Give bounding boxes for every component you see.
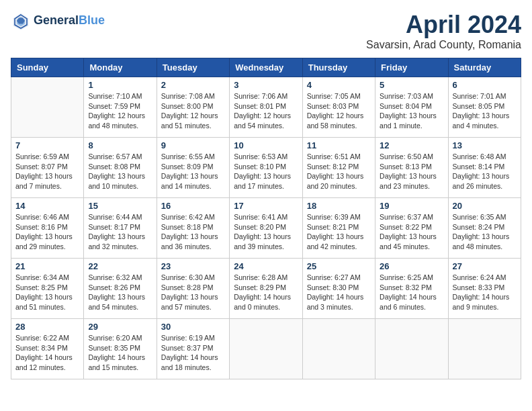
day-info: Sunrise: 6:44 AMSunset: 8:17 PMDaylight:… [88,212,152,252]
calendar-cell [230,319,302,379]
logo-text: GeneralBlue [34,14,105,28]
day-number: 6 [453,80,517,90]
weekday-header-thursday: Thursday [302,58,375,77]
calendar-cell: 15Sunrise: 6:44 AMSunset: 8:17 PMDayligh… [84,198,157,259]
day-number: 5 [380,80,443,90]
calendar-table: SundayMondayTuesdayWednesdayThursdayFrid… [11,58,521,379]
day-number: 12 [380,140,443,150]
day-info: Sunrise: 6:57 AMSunset: 8:08 PMDaylight:… [88,152,152,191]
week-row-5: 28Sunrise: 6:22 AMSunset: 8:34 PMDayligh… [11,319,521,379]
day-info: Sunrise: 6:32 AMSunset: 8:26 PMDaylight:… [88,273,152,312]
day-info: Sunrise: 6:39 AMSunset: 8:21 PMDaylight:… [307,212,371,252]
day-info: Sunrise: 7:01 AMSunset: 8:05 PMDaylight:… [453,91,517,131]
day-number: 4 [307,80,371,90]
day-info: Sunrise: 6:22 AMSunset: 8:34 PMDaylight:… [15,333,79,373]
day-number: 10 [234,140,298,150]
calendar-cell: 11Sunrise: 6:51 AMSunset: 8:12 PMDayligh… [302,138,375,198]
day-number: 13 [453,140,517,150]
day-info: Sunrise: 6:28 AMSunset: 8:29 PMDaylight:… [234,273,298,312]
day-number: 19 [380,201,443,211]
day-number: 8 [88,140,152,150]
weekday-header-monday: Monday [84,58,157,77]
calendar-cell: 23Sunrise: 6:30 AMSunset: 8:28 PMDayligh… [157,259,229,319]
week-row-4: 21Sunrise: 6:34 AMSunset: 8:25 PMDayligh… [11,259,521,319]
weekday-header-tuesday: Tuesday [157,58,229,77]
day-info: Sunrise: 6:53 AMSunset: 8:10 PMDaylight:… [234,152,298,191]
calendar-cell: 26Sunrise: 6:25 AMSunset: 8:32 PMDayligh… [375,259,448,319]
page-header: GeneralBlue April 2024 Savarsin, Arad Co… [11,11,521,51]
weekday-header-friday: Friday [375,58,448,77]
day-number: 1 [88,80,152,90]
day-number: 28 [15,322,79,332]
day-info: Sunrise: 6:35 AMSunset: 8:24 PMDaylight:… [453,212,517,252]
logo: GeneralBlue [11,11,105,31]
day-number: 25 [307,261,371,271]
calendar-cell [448,319,521,379]
week-row-3: 14Sunrise: 6:46 AMSunset: 8:16 PMDayligh… [11,198,521,259]
calendar-cell: 14Sunrise: 6:46 AMSunset: 8:16 PMDayligh… [11,198,84,259]
day-info: Sunrise: 6:20 AMSunset: 8:35 PMDaylight:… [88,333,152,373]
weekday-header-row: SundayMondayTuesdayWednesdayThursdayFrid… [11,58,521,77]
day-info: Sunrise: 7:05 AMSunset: 8:03 PMDaylight:… [307,91,371,131]
day-number: 30 [161,322,225,332]
day-number: 14 [15,201,79,211]
week-row-2: 7Sunrise: 6:59 AMSunset: 8:07 PMDaylight… [11,138,521,198]
day-number: 22 [88,261,152,271]
day-number: 23 [161,261,225,271]
day-number: 2 [161,80,225,90]
day-number: 17 [234,201,298,211]
calendar-cell: 13Sunrise: 6:48 AMSunset: 8:14 PMDayligh… [448,138,521,198]
calendar-cell: 18Sunrise: 6:39 AMSunset: 8:21 PMDayligh… [302,198,375,259]
calendar-cell: 20Sunrise: 6:35 AMSunset: 8:24 PMDayligh… [448,198,521,259]
calendar-cell: 4Sunrise: 7:05 AMSunset: 8:03 PMDaylight… [302,77,375,138]
weekday-header-wednesday: Wednesday [230,58,302,77]
day-info: Sunrise: 6:41 AMSunset: 8:20 PMDaylight:… [234,212,298,252]
day-info: Sunrise: 6:19 AMSunset: 8:37 PMDaylight:… [161,333,225,373]
calendar-cell: 9Sunrise: 6:55 AMSunset: 8:09 PMDaylight… [157,138,229,198]
day-info: Sunrise: 6:37 AMSunset: 8:22 PMDaylight:… [380,212,443,252]
day-info: Sunrise: 7:10 AMSunset: 7:59 PMDaylight:… [88,91,152,131]
day-info: Sunrise: 6:34 AMSunset: 8:25 PMDaylight:… [15,273,79,312]
weekday-header-sunday: Sunday [11,58,84,77]
day-info: Sunrise: 7:06 AMSunset: 8:01 PMDaylight:… [234,91,298,131]
day-info: Sunrise: 6:51 AMSunset: 8:12 PMDaylight:… [307,152,371,191]
day-number: 15 [88,201,152,211]
day-info: Sunrise: 7:03 AMSunset: 8:04 PMDaylight:… [380,91,443,131]
calendar-cell: 29Sunrise: 6:20 AMSunset: 8:35 PMDayligh… [84,319,157,379]
calendar-cell: 3Sunrise: 7:06 AMSunset: 8:01 PMDaylight… [230,77,302,138]
day-number: 18 [307,201,371,211]
day-number: 9 [161,140,225,150]
day-info: Sunrise: 6:50 AMSunset: 8:13 PMDaylight:… [380,152,443,191]
day-info: Sunrise: 6:30 AMSunset: 8:28 PMDaylight:… [161,273,225,312]
day-info: Sunrise: 6:24 AMSunset: 8:33 PMDaylight:… [453,273,517,312]
calendar-cell: 30Sunrise: 6:19 AMSunset: 8:37 PMDayligh… [157,319,229,379]
calendar-cell: 2Sunrise: 7:08 AMSunset: 8:00 PMDaylight… [157,77,229,138]
day-number: 24 [234,261,298,271]
calendar-cell: 27Sunrise: 6:24 AMSunset: 8:33 PMDayligh… [448,259,521,319]
day-info: Sunrise: 7:08 AMSunset: 8:00 PMDaylight:… [161,91,225,131]
day-info: Sunrise: 6:42 AMSunset: 8:18 PMDaylight:… [161,212,225,252]
calendar-cell: 24Sunrise: 6:28 AMSunset: 8:29 PMDayligh… [230,259,302,319]
day-info: Sunrise: 6:25 AMSunset: 8:32 PMDaylight:… [380,273,443,312]
day-number: 16 [161,201,225,211]
calendar-cell: 22Sunrise: 6:32 AMSunset: 8:26 PMDayligh… [84,259,157,319]
calendar-cell: 16Sunrise: 6:42 AMSunset: 8:18 PMDayligh… [157,198,229,259]
calendar-cell: 28Sunrise: 6:22 AMSunset: 8:34 PMDayligh… [11,319,84,379]
calendar-cell: 7Sunrise: 6:59 AMSunset: 8:07 PMDaylight… [11,138,84,198]
month-title: April 2024 [366,11,521,39]
calendar-cell: 1Sunrise: 7:10 AMSunset: 7:59 PMDaylight… [84,77,157,138]
calendar-cell: 10Sunrise: 6:53 AMSunset: 8:10 PMDayligh… [230,138,302,198]
day-number: 3 [234,80,298,90]
day-info: Sunrise: 6:55 AMSunset: 8:09 PMDaylight:… [161,152,225,191]
calendar-cell [375,319,448,379]
weekday-header-saturday: Saturday [448,58,521,77]
calendar-cell: 8Sunrise: 6:57 AMSunset: 8:08 PMDaylight… [84,138,157,198]
week-row-1: 1Sunrise: 7:10 AMSunset: 7:59 PMDaylight… [11,77,521,138]
calendar-cell: 25Sunrise: 6:27 AMSunset: 8:30 PMDayligh… [302,259,375,319]
title-block: April 2024 Savarsin, Arad County, Romani… [366,11,521,51]
day-number: 26 [380,261,443,271]
day-number: 21 [15,261,79,271]
calendar-cell [302,319,375,379]
day-info: Sunrise: 6:59 AMSunset: 8:07 PMDaylight:… [15,152,79,191]
day-number: 20 [453,201,517,211]
